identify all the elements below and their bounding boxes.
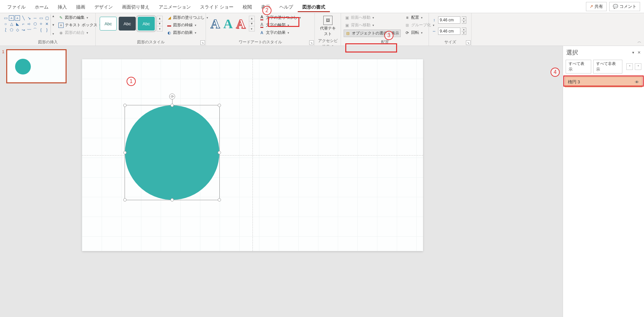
shape-textbox-icon[interactable]: A (9, 15, 14, 21)
group-icon: ⊞ (405, 23, 410, 28)
text-outline-button[interactable]: A 文字の輪郭▾ (259, 22, 302, 28)
shape-ellipse[interactable] (125, 105, 219, 200)
slide-canvas-area[interactable]: 1 ⟳ (75, 46, 563, 317)
text-fill-button[interactable]: A 文字の塗りつぶし▾ (259, 14, 302, 21)
share-button[interactable]: ↗ 共有 (586, 2, 607, 11)
shape-hex-icon[interactable]: ⬡ (32, 21, 38, 27)
shape-pent-icon[interactable]: ⬠ (9, 27, 14, 32)
alt-text-button[interactable]: 🖼 代替テキスト (319, 14, 337, 38)
shape-oval-icon[interactable]: ○ (3, 21, 8, 27)
style-swatch-3[interactable]: Abc (138, 17, 155, 31)
visibility-toggle-icon[interactable]: 👁 (635, 80, 639, 85)
style-gallery-more[interactable]: ▲▼▾ (157, 16, 163, 32)
show-all-button[interactable]: すべて表示 (566, 60, 591, 74)
shape-styles-launcher[interactable]: ↘ (200, 40, 205, 45)
shape-line-icon[interactable]: ╲ (21, 15, 26, 21)
selection-item-1[interactable]: 楕円 3 👁 (565, 77, 642, 87)
shape-wave-icon[interactable]: 〰 (27, 27, 32, 32)
style-swatch-2[interactable]: Abc (119, 17, 136, 31)
shape-brace-icon[interactable]: { (38, 27, 44, 32)
slide-thumbnail-1[interactable] (6, 49, 67, 83)
width-spinner[interactable]: ▲▼ (462, 28, 466, 35)
tab-review[interactable]: 校閲 (238, 1, 256, 13)
wordart-style-3[interactable]: A (236, 16, 246, 32)
resize-handle-bm[interactable] (171, 198, 174, 201)
shape-fill-button[interactable]: ◢ 図形の塗りつぶし▾ (166, 14, 209, 21)
shape-arc-icon[interactable]: ⌒ (32, 27, 38, 32)
rotation-connector (172, 99, 172, 104)
comment-button[interactable]: 💬 コメント (609, 2, 640, 11)
shape-cross-icon[interactable]: ✕ (44, 21, 50, 27)
shape-textbox2-icon[interactable]: A (15, 15, 20, 21)
slide[interactable]: ⟳ (82, 59, 423, 251)
bring-forward-button: ▣ 前面へ移動▾ (344, 14, 401, 21)
shape-line2-icon[interactable]: ─ (32, 15, 38, 21)
resize-handle-bl[interactable] (123, 198, 127, 201)
move-down-button[interactable]: ˅ (635, 63, 641, 70)
height-input[interactable]: 9.46 cm (438, 16, 460, 24)
wordart-launcher[interactable]: ↘ (309, 40, 314, 45)
height-spinner[interactable]: ▲▼ (462, 16, 466, 24)
move-up-button[interactable]: ˄ (626, 63, 633, 70)
style-swatch-1[interactable]: Abc (100, 17, 117, 31)
tab-design[interactable]: デザイン (90, 1, 117, 13)
shape-connector-icon[interactable]: ⌐ (21, 21, 26, 27)
resize-handle-tl[interactable] (123, 104, 127, 107)
tab-file[interactable]: ファイル (3, 1, 30, 13)
tabs-left: ファイル ホーム 挿入 描画 デザイン 画面切り替え アニメーション スライド … (3, 0, 330, 13)
text-fill-icon: A (259, 15, 265, 20)
tab-slideshow[interactable]: スライド ショー (195, 1, 238, 13)
shape-brace2-icon[interactable]: } (44, 27, 50, 32)
shape-outline-button[interactable]: ▬ 図形の枠線▾ (166, 22, 209, 28)
text-box-label: テキスト ボックス (65, 22, 97, 28)
shape-rect-icon[interactable]: ▭ (3, 15, 8, 21)
text-box-button[interactable]: A テキスト ボックス▾ (58, 22, 102, 28)
resize-handle-mr[interactable] (218, 151, 221, 154)
selected-shape-bounding-box[interactable]: ⟳ (125, 105, 220, 200)
tab-home[interactable]: ホーム (30, 1, 53, 13)
selection-pane-button[interactable]: ⊟ オブジェクトの選択と表示 (344, 30, 401, 37)
shape-triangle-icon[interactable]: △ (9, 21, 14, 27)
selection-pane-options-icon[interactable]: ▾ (632, 50, 634, 55)
wordart-gallery-more[interactable]: ▲▼▾ (249, 16, 255, 32)
resize-handle-tm[interactable] (171, 104, 174, 107)
resize-handle-ml[interactable] (123, 151, 127, 154)
edit-shape-button[interactable]: ✎ 図形の編集▾ (58, 14, 102, 21)
shape-connector2-icon[interactable]: ↝ (21, 27, 26, 32)
text-effects-button[interactable]: A 文字の効果▾ (259, 30, 302, 36)
collapse-ribbon-button[interactable]: ︿ (637, 39, 641, 44)
shape-arrow-icon[interactable]: ↘ (27, 15, 32, 21)
wordart-style-2[interactable]: A (223, 16, 233, 32)
tab-draw[interactable]: 描画 (71, 1, 90, 13)
tab-transitions[interactable]: 画面切り替え (117, 1, 154, 13)
wordart-style-1[interactable]: A (211, 16, 220, 32)
shape-effects-icon: ◐ (167, 30, 172, 35)
shapes-gallery[interactable]: ▭ A A ╲ ↘ ─ ▭ ▢ ○ △ ◣ ⌐ ➪ (3, 14, 50, 35)
shape-star-icon[interactable]: ✧ (38, 21, 44, 27)
selection-pane: 選択 ▾ ✕ すべて表示 すべて非表示 ˄ ˅ 4 楕円 3 👁 (563, 46, 644, 317)
rotation-handle[interactable]: ⟳ (169, 94, 175, 99)
ribbon: ▭ A A ╲ ↘ ─ ▭ ▢ ○ △ ◣ ⌐ ➪ (0, 13, 644, 46)
hide-all-button[interactable]: すべて非表示 (593, 60, 623, 74)
shape-rtriangle-icon[interactable]: ◣ (15, 21, 20, 27)
tab-help[interactable]: ヘルプ (275, 1, 298, 13)
shape-effects-button[interactable]: ◐ 図形の効果▾ (166, 30, 209, 36)
tab-shape-format[interactable]: 図形の書式 (298, 1, 330, 13)
resize-handle-br[interactable] (218, 198, 221, 201)
shape-arrow2-icon[interactable]: ➪ (27, 21, 32, 27)
merge-shapes-label: 図形の結合 (65, 30, 85, 35)
resize-handle-tr[interactable] (218, 104, 221, 107)
tab-insert[interactable]: 挿入 (53, 1, 71, 13)
shape-rect3-icon[interactable]: ▢ (44, 15, 50, 21)
tab-animations[interactable]: アニメーション (154, 1, 195, 13)
tab-view[interactable]: 表示 (256, 1, 275, 13)
shape-rect2-icon[interactable]: ▭ (38, 15, 44, 21)
shape-callout-icon[interactable]: ◇ (15, 27, 20, 32)
width-input[interactable]: 9.46 cm (438, 28, 460, 35)
shape-style-gallery[interactable]: Abc Abc Abc ▲▼▾ (98, 14, 164, 33)
shape-curve-icon[interactable]: ⟅ (3, 27, 8, 32)
shapes-gallery-more[interactable]: ▲▼▾ (50, 14, 56, 35)
size-launcher[interactable]: ↘ (466, 40, 471, 45)
wordart-gallery[interactable]: A A A ▲▼▾ (209, 14, 257, 33)
selection-pane-close-icon[interactable]: ✕ (637, 50, 641, 55)
